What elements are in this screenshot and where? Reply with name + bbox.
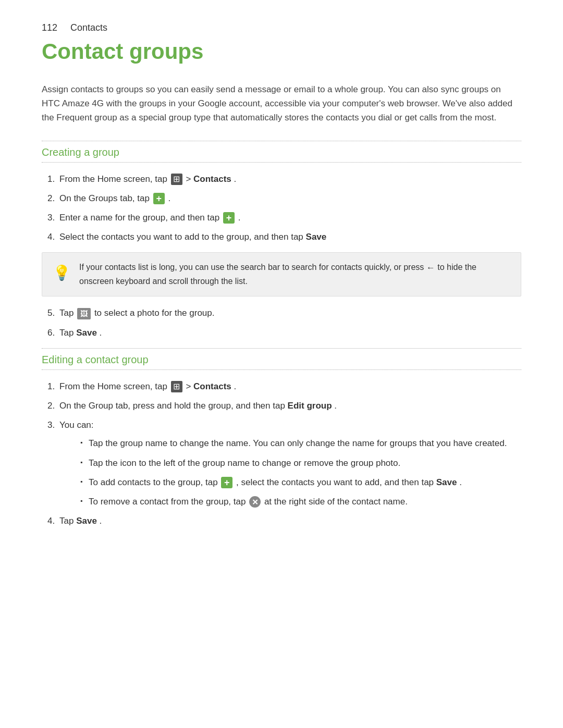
- plus-icon-3: +: [221, 477, 232, 488]
- step6-text-after: .: [100, 328, 102, 338]
- plus-icon-1: +: [153, 193, 165, 204]
- edit-step3-text: You can:: [59, 420, 94, 430]
- creating-steps-list: From the Home screen, tap > Contacts . O…: [57, 172, 521, 244]
- step1-text-after: .: [234, 174, 237, 184]
- chapter-name: Contacts: [70, 22, 107, 33]
- intro-paragraph: Assign contacts to groups so you can eas…: [42, 82, 521, 125]
- creating-steps-list-after: Tap 🖼 to select a photo for the group. T…: [57, 306, 521, 339]
- edit-step1-text-middle: >: [186, 381, 193, 391]
- subitem-2-text: Tap the icon to the left of the group na…: [89, 458, 400, 468]
- creating-step-5: Tap 🖼 to select a photo for the group.: [57, 306, 521, 320]
- edit-step2-bold: Edit group: [288, 401, 332, 411]
- step3-text-after: .: [238, 213, 241, 223]
- edit-step2-text-before: On the Group tab, press and hold the gro…: [59, 401, 288, 411]
- subitem-4-text-after: at the right side of the contact name.: [264, 497, 408, 507]
- step1-text-middle: >: [186, 174, 193, 184]
- step1-text-before: From the Home screen, tap: [59, 174, 170, 184]
- edit-step1-text-before: From the Home screen, tap: [59, 381, 170, 391]
- creating-step-6: Tap Save .: [57, 326, 521, 340]
- creating-step-4: Select the contacts you want to add to t…: [57, 230, 521, 244]
- step3-text-before: Enter a name for the group, and then tap: [59, 213, 222, 223]
- back-arrow-icon: ←: [426, 261, 435, 275]
- edit-step4-bold: Save: [76, 516, 97, 526]
- photo-icon: 🖼: [77, 308, 91, 319]
- edit-step1-bold: Contacts: [193, 381, 231, 391]
- grid-icon-1: [171, 174, 182, 185]
- step6-text-before: Tap: [59, 328, 76, 338]
- page-wrapper: 112 Contacts Contact groups Assign conta…: [42, 21, 521, 528]
- page-number-line: 112 Contacts: [42, 21, 521, 35]
- subitem-3-bold: Save: [436, 477, 457, 487]
- subitem-3: To add contacts to the group, tap + , se…: [80, 475, 521, 489]
- subitem-1: Tap the group name to change the name. Y…: [80, 436, 521, 450]
- creating-step-2: On the Groups tab, tap + .: [57, 191, 521, 205]
- subitem-3-period: .: [459, 477, 462, 487]
- subitem-4: To remove a contact from the group, tap …: [80, 495, 521, 509]
- editing-step-2: On the Group tab, press and hold the gro…: [57, 399, 521, 413]
- grid-icon-2: [171, 381, 182, 392]
- edit-step4-text-after: .: [100, 516, 102, 526]
- step4-bold: Save: [306, 232, 327, 242]
- step6-bold: Save: [76, 328, 97, 338]
- edit-step1-text-after: .: [234, 381, 237, 391]
- page-number: 112: [42, 22, 57, 33]
- section-heading-editing: Editing a contact group: [42, 352, 521, 370]
- page-title: Contact groups: [42, 35, 521, 68]
- step2-text-before: On the Groups tab, tap: [59, 193, 152, 203]
- editing-subitems-list: Tap the group name to change the name. Y…: [80, 436, 521, 509]
- subitem-2: Tap the icon to the left of the group na…: [80, 456, 521, 470]
- plus-icon-2: +: [223, 212, 235, 224]
- editing-step-4: Tap Save .: [57, 514, 521, 528]
- step2-text-after: .: [168, 193, 170, 203]
- tip-box: 💡 If your contacts list is long, you can…: [42, 252, 521, 297]
- x-icon: ✕: [249, 496, 261, 508]
- subitem-3-text-after: , select the contacts you want to add, a…: [236, 477, 436, 487]
- editing-step-1: From the Home screen, tap > Contacts .: [57, 379, 521, 393]
- tip-text: If your contacts list is long, you can u…: [79, 261, 510, 288]
- step5-text-after: to select a photo for the group.: [94, 308, 215, 318]
- section-divider-editing: [42, 348, 521, 349]
- step5-text-before: Tap: [59, 308, 76, 318]
- editing-steps-list: From the Home screen, tap > Contacts . O…: [57, 379, 521, 528]
- creating-step-1: From the Home screen, tap > Contacts .: [57, 172, 521, 186]
- step1-bold: Contacts: [193, 174, 231, 184]
- subitem-4-text-before: To remove a contact from the group, tap: [89, 497, 248, 507]
- creating-step-3: Enter a name for the group, and then tap…: [57, 211, 521, 225]
- lightbulb-icon: 💡: [53, 262, 71, 284]
- edit-step4-text-before: Tap: [59, 516, 76, 526]
- editing-step-3: You can: Tap the group name to change th…: [57, 418, 521, 509]
- edit-step2-text-after: .: [334, 401, 337, 411]
- subitem-3-text-before: To add contacts to the group, tap: [89, 477, 220, 487]
- section-divider-creating: [42, 141, 521, 141]
- subitem-1-text: Tap the group name to change the name. Y…: [89, 438, 507, 448]
- section-heading-creating: Creating a group: [42, 144, 521, 163]
- step4-text-before: Select the contacts you want to add to t…: [59, 232, 306, 242]
